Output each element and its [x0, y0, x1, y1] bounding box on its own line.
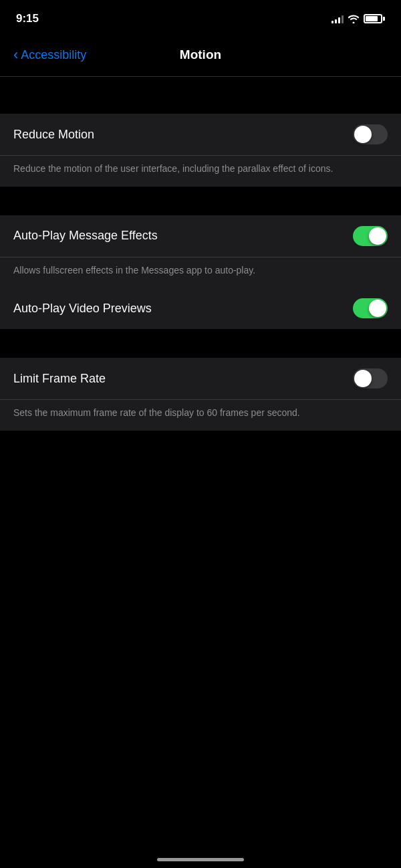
section-gap-3 — [0, 334, 401, 358]
limit-frame-rate-label: Limit Frame Rate — [13, 372, 106, 386]
limit-frame-rate-knob — [354, 370, 372, 387]
autoplay-message-effects-toggle[interactable] — [353, 226, 388, 246]
status-bar: 9:15 — [0, 0, 401, 33]
autoplay-message-effects-row: Auto-Play Message Effects — [0, 215, 401, 257]
autoplay-section: Auto-Play Message Effects Allows fullscr… — [0, 215, 401, 330]
limit-frame-rate-toggle[interactable] — [353, 368, 388, 389]
page-title: Motion — [107, 47, 294, 62]
autoplay-video-previews-knob — [369, 300, 386, 317]
reduce-motion-description-text: Reduce the motion of the user interface,… — [13, 162, 388, 176]
reduce-motion-section: Reduce Motion Reduce the motion of the u… — [0, 114, 401, 187]
section-gap-1 — [0, 90, 401, 114]
signal-bar-3 — [338, 17, 340, 23]
limit-frame-rate-description: Sets the maximum frame rate of the displ… — [0, 400, 401, 431]
battery-icon — [364, 14, 385, 23]
limit-frame-rate-section: Limit Frame Rate Sets the maximum frame … — [0, 358, 401, 431]
reduce-motion-row: Reduce Motion — [0, 114, 401, 156]
signal-bar-2 — [335, 19, 337, 23]
autoplay-message-effects-knob — [369, 227, 386, 245]
settings-content: Reduce Motion Reduce the motion of the u… — [0, 77, 401, 431]
wifi-icon — [348, 14, 360, 23]
status-time: 9:15 — [16, 12, 39, 25]
reduce-motion-label: Reduce Motion — [13, 128, 94, 142]
reduce-motion-toggle[interactable] — [353, 124, 388, 144]
reduce-motion-toggle-knob — [354, 126, 372, 143]
back-chevron-icon: ‹ — [13, 47, 18, 62]
autoplay-video-previews-toggle[interactable] — [353, 298, 388, 318]
limit-frame-rate-description-text: Sets the maximum frame rate of the displ… — [13, 407, 388, 420]
signal-bars-icon — [331, 14, 344, 23]
autoplay-video-previews-label: Auto-Play Video Previews — [13, 302, 152, 316]
status-icons — [331, 14, 385, 23]
autoplay-message-effects-description-text: Allows fullscreen effects in the Message… — [13, 264, 388, 278]
back-label: Accessibility — [21, 48, 86, 62]
signal-bar-1 — [331, 21, 333, 23]
back-button[interactable]: ‹ Accessibility — [13, 47, 107, 62]
nav-bar: ‹ Accessibility Motion — [0, 33, 401, 77]
signal-bar-4 — [342, 15, 344, 23]
home-indicator — [157, 858, 244, 861]
autoplay-video-previews-row: Auto-Play Video Previews — [0, 288, 401, 329]
reduce-motion-description: Reduce the motion of the user interface,… — [0, 156, 401, 187]
limit-frame-rate-row: Limit Frame Rate — [0, 358, 401, 400]
autoplay-message-effects-description: Allows fullscreen effects in the Message… — [0, 257, 401, 288]
autoplay-message-effects-label: Auto-Play Message Effects — [13, 229, 158, 243]
section-gap-2 — [0, 192, 401, 215]
